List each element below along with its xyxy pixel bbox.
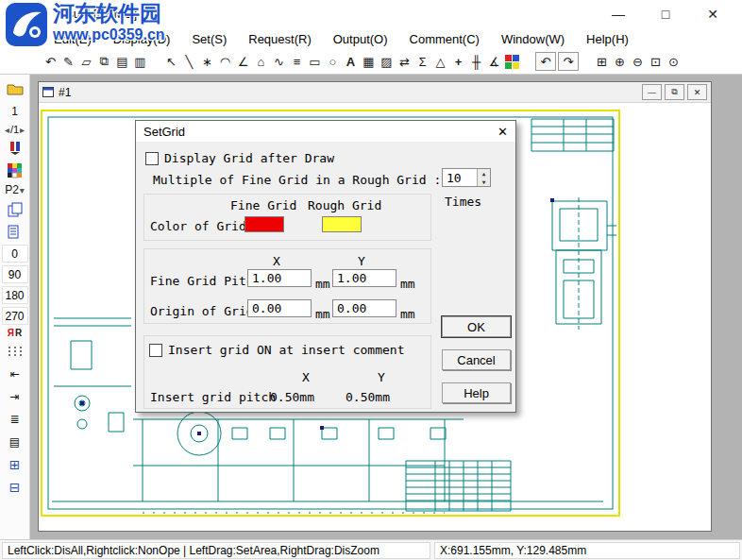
star-icon[interactable]: ∗ bbox=[198, 53, 216, 71]
pan-right-icon[interactable]: ⇥ bbox=[1, 386, 29, 406]
scale-label: /1 bbox=[10, 124, 19, 135]
menu-comment[interactable]: Comment(C) bbox=[410, 32, 480, 46]
eraser-icon[interactable]: ▱ bbox=[77, 53, 95, 71]
color-grid-icon[interactable] bbox=[503, 53, 521, 71]
fine-pitch-x-input[interactable]: 1.00 bbox=[247, 269, 312, 287]
scale-right-icon[interactable]: ▸ bbox=[20, 125, 25, 135]
parallel-lines-icon[interactable]: ≡ bbox=[288, 53, 306, 71]
hatch-icon[interactable]: ▦ bbox=[360, 53, 378, 71]
maximize-button[interactable]: □ bbox=[642, 2, 689, 26]
pen-select-dropdown[interactable]: P2 ▾ bbox=[5, 183, 25, 196]
duplicate-sheet-icon[interactable] bbox=[1, 222, 29, 242]
drawing-window-title-bar[interactable]: #1 — ⧉ ✕ bbox=[39, 82, 711, 103]
status-bar: LeftClick:DisAll,Rightclick:NonOpe | Lef… bbox=[0, 539, 742, 560]
list-view-icon[interactable]: ≣ bbox=[1, 409, 29, 429]
close-button[interactable]: ✕ bbox=[689, 2, 736, 26]
origin-y-input[interactable]: 0.00 bbox=[332, 299, 396, 317]
insert-grid-checkbox[interactable]: Insert grid ON at insert comment bbox=[149, 343, 404, 357]
zoom-window-icon[interactable]: ⊞ bbox=[593, 53, 611, 71]
menu-help[interactable]: Help(H) bbox=[586, 32, 629, 46]
spinner-down-icon[interactable]: ▼ bbox=[478, 178, 490, 186]
line-icon[interactable]: ╲ bbox=[180, 53, 198, 71]
zoom-in-icon[interactable]: ⊕ bbox=[611, 53, 629, 71]
insert-grid-checkbox-box[interactable] bbox=[149, 344, 162, 357]
arc-icon[interactable]: ◠ bbox=[216, 53, 234, 71]
undo-step-icon[interactable]: ↶ bbox=[535, 52, 556, 71]
crosshair-icon[interactable]: + bbox=[449, 53, 467, 71]
fine-pitch-y-input[interactable]: 1.00 bbox=[332, 269, 396, 287]
angle-0-button[interactable]: 0 bbox=[2, 245, 28, 263]
mirror-text-button[interactable]: Я R bbox=[8, 328, 22, 338]
chevron-down-icon: ▾ bbox=[20, 185, 25, 195]
display-grid-label: Display Grid after Draw bbox=[164, 151, 334, 165]
menu-output[interactable]: Output(O) bbox=[333, 32, 388, 46]
dimension-icon[interactable]: ╫ bbox=[467, 53, 485, 71]
paste-icon[interactable]: ▤ bbox=[113, 53, 131, 71]
pencil-icon[interactable]: ✎ bbox=[59, 53, 77, 71]
text-icon[interactable]: A bbox=[342, 53, 360, 71]
move-horizontal-icon[interactable]: ⇄ bbox=[396, 53, 413, 71]
multiple-value[interactable]: 10 bbox=[443, 169, 477, 186]
child-restore-button[interactable]: ⧉ bbox=[665, 84, 684, 100]
insert-grid-label: Insert grid ON at insert comment bbox=[168, 343, 404, 357]
cancel-button[interactable]: Cancel bbox=[442, 349, 511, 370]
ok-button[interactable]: OK bbox=[442, 316, 511, 337]
fine-pitch-y-unit: mm bbox=[400, 277, 415, 291]
origin-x-input[interactable]: 0.00 bbox=[247, 299, 312, 317]
undo-icon[interactable]: ↶ bbox=[42, 53, 59, 71]
select-icon[interactable]: ↖ bbox=[162, 53, 180, 71]
menu-set[interactable]: Set(S) bbox=[192, 32, 227, 46]
clipboard-icon[interactable]: ▥ bbox=[131, 53, 149, 71]
triangle-icon[interactable]: △ bbox=[431, 53, 449, 71]
display-grid-checkbox[interactable]: Display Grid after Draw bbox=[145, 151, 334, 165]
angle-90-button[interactable]: 90 bbox=[2, 265, 28, 283]
dialog-close-icon[interactable]: ✕ bbox=[497, 125, 508, 139]
minimize-button[interactable]: — bbox=[595, 2, 642, 26]
angle-270-button[interactable]: 270 bbox=[2, 307, 28, 325]
menu-window[interactable]: Window(W) bbox=[501, 32, 565, 46]
scale-control[interactable]: ◂ /1 ▸ bbox=[5, 124, 25, 135]
redo-step-icon[interactable]: ↷ bbox=[558, 52, 579, 71]
menu-request[interactable]: Request(R) bbox=[248, 32, 311, 46]
ellipse-icon[interactable]: ○ bbox=[324, 53, 342, 71]
zoom-out-icon[interactable]: ⊖ bbox=[629, 53, 647, 71]
angle-dimension-icon[interactable]: ∡ bbox=[485, 53, 503, 71]
dot-grid-icon[interactable] bbox=[1, 341, 29, 361]
dialog-title: SetGrid bbox=[143, 125, 185, 139]
polyline-icon[interactable]: ∠ bbox=[234, 53, 252, 71]
open-folder-icon[interactable] bbox=[1, 78, 29, 98]
sum-icon[interactable]: Σ bbox=[413, 53, 431, 71]
scale-left-icon[interactable]: ◂ bbox=[5, 125, 9, 135]
child-minimize-button[interactable]: — bbox=[642, 84, 662, 100]
layer-number[interactable]: 1 bbox=[1, 101, 29, 121]
times-label: Times bbox=[445, 195, 481, 209]
pan-left-icon[interactable]: ⇤ bbox=[1, 364, 29, 383]
color-of-grid-label: Color of Grid bbox=[150, 219, 246, 233]
spinner-up-icon[interactable]: ▲ bbox=[478, 169, 490, 178]
window-tile-icon[interactable]: ⊟ bbox=[1, 477, 29, 497]
image-icon[interactable]: ▨ bbox=[378, 53, 396, 71]
help-button[interactable]: Help bbox=[442, 382, 511, 403]
polygon-icon[interactable]: ⌂ bbox=[252, 53, 270, 71]
rough-grid-color-swatch[interactable] bbox=[322, 216, 362, 232]
window-cascade-icon[interactable]: ⊞ bbox=[1, 454, 29, 474]
multiple-spinner[interactable]: 10 ▲ ▼ bbox=[442, 168, 491, 187]
zoom-extents-icon[interactable]: ⊡ bbox=[647, 53, 665, 71]
color-palette-icon[interactable] bbox=[1, 161, 29, 180]
drawing-window-controls: — ⧉ ✕ bbox=[642, 84, 707, 100]
curve-icon[interactable]: ∿ bbox=[270, 53, 288, 71]
copy-icon[interactable]: ⧉ bbox=[95, 53, 113, 71]
child-close-button[interactable]: ✕ bbox=[687, 84, 707, 100]
zoom-previous-icon[interactable]: ⊙ bbox=[665, 53, 683, 71]
row-view-icon[interactable]: ▤ bbox=[1, 432, 29, 451]
pen-style-icon[interactable] bbox=[1, 138, 29, 158]
dialog-title-bar[interactable]: SetGrid ✕ bbox=[136, 121, 515, 142]
rough-grid-header: Rough Grid bbox=[308, 198, 381, 212]
rectangle-icon[interactable]: ▭ bbox=[306, 53, 324, 71]
fine-grid-color-swatch[interactable] bbox=[245, 216, 284, 232]
angle-180-button[interactable]: 180 bbox=[2, 286, 28, 304]
display-grid-checkbox-box[interactable] bbox=[145, 152, 159, 165]
spinner-buttons: ▲ ▼ bbox=[477, 169, 490, 186]
copy-sheet-icon[interactable] bbox=[1, 199, 29, 219]
multiple-label: Multiple of Fine Grid in a Rough Grid : bbox=[153, 173, 441, 187]
